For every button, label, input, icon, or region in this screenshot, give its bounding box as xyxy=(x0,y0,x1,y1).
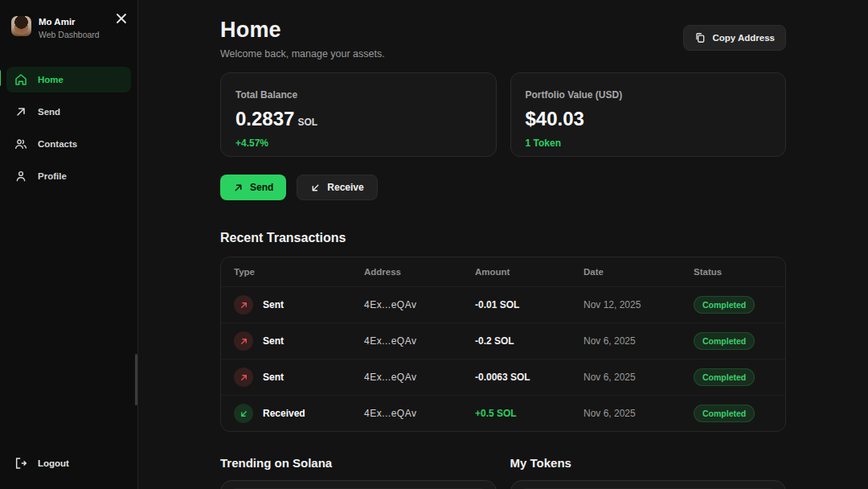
status-badge: Completed xyxy=(694,332,755,350)
table-row[interactable]: Sent 4Ex...eQAv -0.01 SOL Nov 12, 2025 C… xyxy=(221,286,785,323)
sidebar-item-contacts[interactable]: Contacts xyxy=(6,131,131,157)
tx-address: 4Ex...eQAv xyxy=(364,335,475,347)
tx-amount: -0.01 SOL xyxy=(475,299,583,310)
user-name: Mo Amir xyxy=(39,16,100,28)
close-icon xyxy=(116,13,127,27)
total-balance-card: Total Balance 0.2837SOL +4.57% xyxy=(220,72,497,157)
tx-address: 4Ex...eQAv xyxy=(364,372,475,383)
send-arrow-icon xyxy=(14,105,27,118)
table-row[interactable]: Sent 4Ex...eQAv -0.0063 SOL Nov 6, 2025 … xyxy=(221,359,785,395)
sidebar-nav: Home Send Contacts Profile xyxy=(6,67,131,189)
tx-type: Received xyxy=(263,408,305,419)
tx-date: Nov 6, 2025 xyxy=(583,372,694,383)
send-button-label: Send xyxy=(250,182,273,193)
col-date: Date xyxy=(583,267,694,277)
balance-change: +4.57% xyxy=(235,138,481,149)
portfolio-label: Portfolio Value (USD) xyxy=(526,89,772,101)
sidebar-item-label: Send xyxy=(38,107,60,117)
user-subtitle: Web Dashboard xyxy=(39,30,100,39)
tx-amount: -0.0063 SOL xyxy=(475,372,583,383)
tx-address: 4Ex...eQAv xyxy=(364,299,475,310)
tx-type: Sent xyxy=(263,299,284,310)
active-indicator xyxy=(0,70,1,86)
sidebar-item-label: Profile xyxy=(38,171,67,181)
receive-arrow-icon xyxy=(310,183,321,193)
col-amount: Amount xyxy=(475,267,583,277)
transactions-table: Type Address Amount Date Status Sent 4Ex… xyxy=(220,257,786,432)
trending-section: Trending on Solana ₮ Tether USDT $0.9992… xyxy=(220,456,497,489)
sidebar-scrollbar[interactable] xyxy=(135,354,137,405)
send-button[interactable]: Send xyxy=(220,175,286,200)
sidebar-item-label: Home xyxy=(38,75,63,84)
tx-date: Nov 6, 2025 xyxy=(583,408,694,419)
avatar xyxy=(11,16,31,36)
main-area: Home Welcome back, manage your assets. C… xyxy=(138,0,868,489)
status-badge: Completed xyxy=(694,296,755,314)
status-badge: Completed xyxy=(694,368,755,386)
col-type: Type xyxy=(234,267,364,277)
token-count: 1 Token xyxy=(526,138,772,149)
tx-date: Nov 6, 2025 xyxy=(583,335,694,347)
page-subtitle: Welcome back, manage your assets. xyxy=(220,48,385,60)
logout-label: Logout xyxy=(38,458,69,468)
copy-icon xyxy=(694,32,706,43)
tx-type: Sent xyxy=(263,372,284,383)
tx-amount: -0.2 SOL xyxy=(475,335,583,347)
receive-button-label: Receive xyxy=(327,182,363,193)
col-status: Status xyxy=(694,267,772,277)
portfolio-value: $40.03 xyxy=(526,108,772,130)
transactions-title: Recent Transactions xyxy=(220,231,786,245)
sent-arrow-icon xyxy=(234,331,253,351)
my-tokens-card: Solana 0.2837 SOL $40.03 +4.57% xyxy=(510,480,787,489)
tx-type: Sent xyxy=(263,335,284,347)
table-row[interactable]: Sent 4Ex...eQAv -0.2 SOL Nov 6, 2025 Com… xyxy=(221,323,785,359)
portfolio-value-card: Portfolio Value (USD) $40.03 1 Token xyxy=(510,72,787,157)
my-tokens-title: My Tokens xyxy=(510,456,787,470)
sidebar-item-send[interactable]: Send xyxy=(6,99,131,125)
send-arrow-icon xyxy=(233,183,244,193)
col-address: Address xyxy=(364,267,475,277)
copy-address-label: Copy Address xyxy=(712,33,775,43)
my-tokens-section: My Tokens Solana 0.2837 SOL xyxy=(510,456,787,489)
profile-icon xyxy=(14,170,27,183)
logout-icon xyxy=(14,457,27,470)
received-arrow-icon xyxy=(234,404,253,423)
receive-button[interactable]: Receive xyxy=(297,175,377,200)
sidebar-item-profile[interactable]: Profile xyxy=(6,163,131,189)
copy-address-button[interactable]: Copy Address xyxy=(683,25,786,51)
sidebar: Mo Amir Web Dashboard Home Send xyxy=(0,0,138,489)
status-badge: Completed xyxy=(694,405,755,422)
sidebar-item-label: Contacts xyxy=(38,139,77,149)
balance-unit: SOL xyxy=(297,117,317,128)
sent-arrow-icon xyxy=(234,368,253,387)
tx-address: 4Ex...eQAv xyxy=(364,408,475,419)
total-balance-value: 0.2837SOL xyxy=(235,108,481,130)
sidebar-item-home[interactable]: Home xyxy=(6,67,131,92)
contacts-icon xyxy=(14,138,27,150)
sent-arrow-icon xyxy=(234,295,253,314)
close-sidebar-button[interactable] xyxy=(113,11,129,27)
table-row[interactable]: Received 4Ex...eQAv +0.5 SOL Nov 6, 2025… xyxy=(221,395,785,431)
total-balance-label: Total Balance xyxy=(235,89,481,101)
trending-title: Trending on Solana xyxy=(220,456,497,470)
page-title: Home xyxy=(220,18,385,43)
table-header-row: Type Address Amount Date Status xyxy=(221,257,785,286)
home-icon xyxy=(14,73,27,86)
trending-card: ₮ Tether USDT $0.999265 -0.02% xyxy=(220,480,497,489)
logout-button[interactable]: Logout xyxy=(6,450,77,476)
tx-date: Nov 12, 2025 xyxy=(583,299,694,310)
sidebar-user-header: Mo Amir Web Dashboard xyxy=(6,16,131,39)
tx-amount: +0.5 SOL xyxy=(475,408,583,419)
